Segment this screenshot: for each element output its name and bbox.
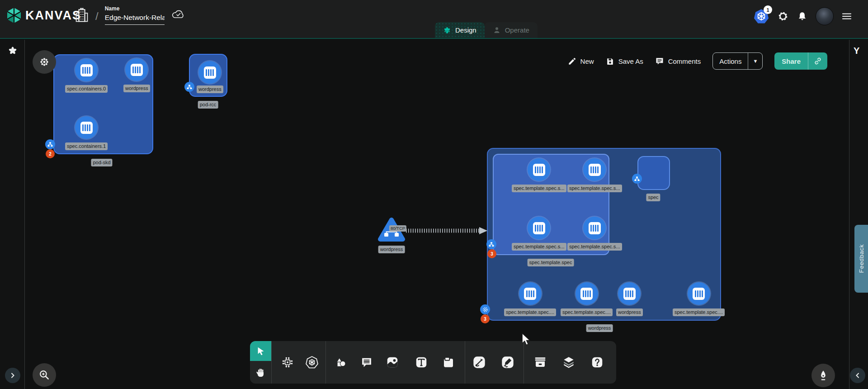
design-tab-icon <box>443 26 451 34</box>
container-icon <box>519 282 542 305</box>
settings-gear-icon[interactable] <box>777 10 789 22</box>
select-tool[interactable] <box>250 341 271 361</box>
magnifier-plus-icon <box>38 369 50 381</box>
expand-left-panel-button[interactable] <box>5 368 20 383</box>
canvas-action-bar: New Save As Comments Actions ▼ <box>568 52 827 70</box>
drawer-archive-icon <box>533 356 547 369</box>
container-node[interactable]: wordpress <box>616 282 643 316</box>
feedback-tab[interactable]: Feedback <box>854 225 868 293</box>
context-count-badge: 1 <box>764 5 772 14</box>
hamburger-menu-icon[interactable] <box>841 11 852 22</box>
tab-operate[interactable]: Operate <box>485 22 538 38</box>
kubernetes-components-tool[interactable] <box>302 352 322 372</box>
chevron-left-icon <box>854 372 861 379</box>
brand-wordmark: KANVAS <box>25 9 81 23</box>
share-split-button[interactable]: Share <box>774 52 827 70</box>
floppy-save-icon <box>606 57 614 66</box>
error-count-badge[interactable]: 3 <box>487 249 496 258</box>
pencil-icon <box>568 57 576 66</box>
design-tab-label: Design <box>455 26 476 34</box>
node-label: spec.template.spec.s... <box>512 185 566 192</box>
comment-tool[interactable] <box>357 352 377 372</box>
node-label: spec.template.spec.s... <box>512 243 566 251</box>
yaml-panel-toggle[interactable]: Y <box>854 46 859 56</box>
comments-button[interactable]: Comments <box>655 57 701 66</box>
top-bar: KANVAS / Name <box>0 0 868 39</box>
actions-label: Actions <box>713 57 748 65</box>
mode-tabs: Design Operate <box>435 22 538 38</box>
container-node[interactable]: spec.template.spec.... <box>561 282 613 316</box>
text-tool[interactable] <box>411 352 431 372</box>
actions-split-button[interactable]: Actions ▼ <box>712 52 763 70</box>
breadcrumb-separator: / <box>95 10 99 23</box>
design-mode-pen-button[interactable] <box>811 364 835 387</box>
container-node[interactable]: spec.template.spec.s... <box>512 217 566 251</box>
container-node[interactable]: spec.template.spec.... <box>504 282 556 316</box>
container-node[interactable]: spec.template.spec.... <box>673 282 725 316</box>
container-node[interactable]: wordpress <box>197 61 223 93</box>
notifications-bell-icon[interactable] <box>797 11 808 22</box>
design-name-input[interactable] <box>105 13 165 25</box>
hand-icon <box>255 367 266 378</box>
extensions-spinner-icon[interactable] <box>8 46 18 57</box>
relationship-badge[interactable] <box>45 139 55 149</box>
group-label-pod-rcc: pod-rcc <box>198 101 218 109</box>
shapes-icon <box>334 356 347 369</box>
pen-nib-icon <box>817 370 829 381</box>
expand-right-panel-button[interactable] <box>850 368 865 383</box>
node-label: spec.template.spec.... <box>561 308 613 316</box>
kubernetes-helm-icon <box>305 356 319 369</box>
error-count-badge[interactable]: 2 <box>46 149 55 158</box>
shapes-tool[interactable] <box>330 352 350 372</box>
pen-path-tool[interactable] <box>469 352 489 372</box>
container-icon <box>528 158 550 181</box>
tab-design[interactable]: Design <box>435 22 485 38</box>
error-count-badge[interactable]: 3 <box>481 314 490 323</box>
components-tool[interactable] <box>278 352 297 372</box>
service-label: wordpress <box>378 246 405 253</box>
edge-port-label: 80/TCP <box>389 225 406 232</box>
container-node[interactable]: spec.template.spec.s... <box>567 158 622 192</box>
relationship-badge[interactable] <box>486 239 496 249</box>
help-tool[interactable] <box>587 352 607 372</box>
edge-service-to-deployment[interactable] <box>403 219 494 242</box>
design-canvas[interactable]: Y Feedback New Save As <box>0 40 868 389</box>
design-name-label: Name <box>105 5 165 12</box>
copy-link-button[interactable] <box>808 52 827 70</box>
feedback-label: Feedback <box>858 244 865 273</box>
node-spec[interactable] <box>637 156 670 190</box>
relationship-badge[interactable] <box>632 174 642 184</box>
container-node[interactable]: wordpress <box>123 58 150 92</box>
dock-toggle-button[interactable] <box>33 50 56 74</box>
cursor-arrow-icon <box>256 346 266 356</box>
mouse-cursor <box>521 333 532 346</box>
user-avatar[interactable] <box>816 7 834 25</box>
organization-icon[interactable] <box>75 7 89 23</box>
new-button[interactable]: New <box>568 57 594 66</box>
relationship-badge[interactable] <box>184 82 194 92</box>
brand-logo[interactable]: KANVAS <box>6 7 81 24</box>
container-node[interactable]: spec.template.spec.s... <box>512 158 566 192</box>
share-label: Share <box>774 57 808 65</box>
group-label-spec-template-spec: spec.template.spec <box>528 259 574 266</box>
relationship-badge[interactable] <box>480 304 490 314</box>
freehand-draw-tool[interactable] <box>498 352 518 372</box>
image-icon <box>386 356 399 369</box>
container-node[interactable]: spec.containers.0 <box>65 59 108 93</box>
container-node[interactable]: spec.template.spec.s... <box>567 217 622 251</box>
container-icon <box>688 282 710 305</box>
kubernetes-context-button[interactable]: 1 <box>753 8 769 24</box>
zoom-tool-button[interactable] <box>33 363 56 387</box>
save-as-button[interactable]: Save As <box>606 57 643 66</box>
container-icon <box>125 58 148 81</box>
pan-tool[interactable] <box>250 361 271 384</box>
sticky-note-tool[interactable] <box>439 352 458 372</box>
drawer-tool[interactable] <box>530 352 550 372</box>
image-tool[interactable] <box>382 352 402 372</box>
container-icon <box>576 282 598 305</box>
layers-tool[interactable] <box>559 352 579 372</box>
actions-caret-icon[interactable]: ▼ <box>748 53 762 69</box>
container-node[interactable]: spec.containers.1 <box>65 116 108 150</box>
flower-dock-icon <box>38 56 50 68</box>
spec-node-label: spec <box>646 194 660 201</box>
